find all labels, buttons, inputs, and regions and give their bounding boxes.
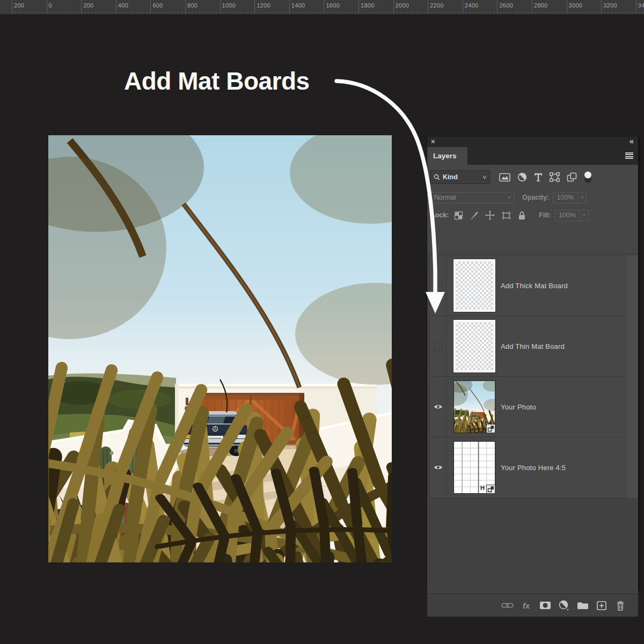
panel-tabbar: Layers [427, 147, 638, 165]
fill-control[interactable]: 100% ˅ [555, 210, 589, 221]
add-layer-mask-icon[interactable] [539, 599, 551, 611]
ruler-tick-label: 3400 [638, 2, 644, 9]
eye-visibility-icon [434, 464, 443, 471]
ruler-tick-label: 200 [14, 2, 24, 9]
panel-titlebar: × « [427, 136, 638, 147]
visibility-toggle[interactable] [430, 255, 447, 316]
ruler-tick-label: 1200 [257, 2, 270, 9]
lock-transparency-icon[interactable] [454, 211, 463, 220]
layers-panel: × « Layers Kind ˅ [427, 136, 639, 589]
chevron-down-icon: ˅ [482, 174, 487, 180]
layer-name[interactable]: Your Photo [501, 403, 536, 411]
ruler-tick-label: 1400 [291, 2, 305, 9]
layer-row-your-photo-here[interactable]: H Your Photo Here 4:5 [430, 437, 627, 498]
top-ruler: 2000200400600800100012001400160018002000… [0, 0, 644, 14]
shape-layer-filter-icon[interactable] [550, 172, 560, 182]
lock-pixels-brush-icon[interactable] [470, 211, 479, 220]
eye-visibility-icon [434, 404, 443, 410]
ruler-tick-label: 2800 [534, 2, 548, 9]
new-group-folder-icon[interactable] [576, 599, 589, 611]
opacity-label: Opacity: [522, 194, 549, 201]
lock-position-icon[interactable] [485, 210, 495, 220]
layer-name[interactable]: Add Thin Mat Board [501, 342, 565, 350]
layer-row-add-thin-mat-board[interactable]: Add Thin Mat Board [430, 316, 627, 377]
scrollbar-track[interactable] [627, 255, 638, 498]
layer-row-add-thick-mat-board[interactable]: Add Thick Mat Board [430, 255, 627, 316]
lock-label: Lock: [431, 211, 449, 219]
ruler-tick-label: 3000 [569, 2, 583, 9]
ruler-tick-label: 2400 [465, 2, 479, 9]
smart-object-badge-icon [486, 485, 495, 494]
panel-bottom-bar: fx [427, 594, 638, 617]
layer-filter-row: Kind ˅ [427, 165, 638, 189]
tab-layers[interactable]: Layers [427, 147, 467, 165]
visibility-off-box [434, 341, 443, 352]
layer-row-your-photo[interactable]: Your Photo [430, 377, 627, 437]
filter-toggle-icon[interactable] [584, 171, 592, 184]
pixel-layer-filter-icon[interactable] [499, 173, 510, 182]
blend-mode-value: Normal [434, 194, 456, 201]
smart-object-badge-icon [486, 424, 495, 433]
panel-body: Kind ˅ [427, 165, 638, 588]
document-canvas-photo[interactable] [48, 135, 392, 562]
new-adjustment-layer-icon[interactable] [558, 599, 570, 611]
opacity-control[interactable]: 100% ˅ [553, 192, 587, 203]
visibility-toggle[interactable] [430, 377, 447, 437]
ruler-tick-label: 2200 [430, 2, 444, 9]
ruler-tick-label: 1800 [361, 2, 375, 9]
ruler-tick-label: 2000 [396, 2, 409, 9]
filter-type-icons [499, 171, 592, 184]
ruler-tick-label: 400 [118, 2, 128, 9]
layer-thumbnail-grid[interactable]: H [453, 441, 495, 494]
annotation-headline: Add Mat Boards [124, 67, 310, 96]
ruler-tick-label: 1000 [222, 2, 236, 9]
ruler-tick-label: 600 [152, 2, 163, 9]
thumbnail-h-marker: H [480, 485, 485, 491]
ruler-tick-label: 800 [187, 2, 197, 9]
close-icon[interactable]: × [431, 137, 435, 147]
fill-value[interactable]: 100% [555, 210, 580, 221]
blend-row: Normal ˅ Opacity: 100% ˅ [427, 189, 638, 206]
opacity-value[interactable]: 100% [553, 192, 577, 203]
fill-label: Fill: [539, 211, 551, 219]
panel-menu-icon[interactable] [625, 152, 633, 159]
layers-list: Add Thick Mat Board Add Thin Mat Board [427, 253, 638, 594]
lock-artboard-icon[interactable] [501, 211, 511, 220]
link-layers-icon[interactable] [501, 599, 514, 611]
layer-thumbnail-photo[interactable] [453, 380, 495, 433]
layer-style-fx-icon[interactable]: fx [520, 599, 532, 611]
chevron-down-icon: ˅ [507, 195, 511, 200]
search-icon [434, 174, 440, 180]
opacity-dropdown-icon[interactable]: ˅ [577, 192, 587, 203]
fill-dropdown-icon[interactable]: ˅ [580, 210, 589, 221]
layer-thumbnail-checkerboard[interactable] [453, 259, 495, 312]
delete-layer-trash-icon[interactable] [614, 599, 626, 611]
ruler-tick-label: 1600 [326, 2, 340, 9]
layer-thumbnail-checkerboard[interactable] [453, 320, 495, 372]
ruler-tick-label: 2600 [499, 2, 513, 9]
layer-name[interactable]: Add Thick Mat Board [501, 282, 568, 290]
photoshop-workspace: { "annotation": { "headline": "Add Mat B… [0, 0, 644, 644]
visibility-toggle[interactable] [430, 316, 447, 376]
driveway-photo-art [48, 135, 392, 562]
ruler-tick-label: 200 [83, 2, 93, 9]
adjustment-layer-filter-icon[interactable] [517, 172, 527, 182]
filter-kind-label: Kind [443, 173, 480, 181]
type-layer-filter-icon[interactable] [534, 173, 543, 182]
smart-object-filter-icon[interactable] [567, 172, 577, 182]
ruler-labels: 2000200400600800100012001400160018002000… [0, 0, 644, 14]
layer-name[interactable]: Your Photo Here 4:5 [501, 464, 566, 472]
lock-row: Lock: [427, 206, 638, 225]
lock-all-padlock-icon[interactable] [518, 211, 526, 220]
visibility-off-box [434, 281, 443, 291]
transparency-checker [456, 323, 493, 370]
blend-mode-select[interactable]: Normal ˅ [430, 192, 515, 203]
collapse-panel-icon[interactable]: « [630, 136, 634, 146]
visibility-toggle[interactable] [430, 437, 447, 497]
lock-icons [454, 210, 526, 220]
ruler-tick-label: 3200 [603, 2, 617, 9]
ruler-tick-label: 0 [49, 2, 52, 9]
filter-kind-dropdown[interactable]: Kind ˅ [430, 170, 490, 184]
transparency-checker [456, 262, 493, 309]
new-layer-icon[interactable] [595, 599, 608, 611]
